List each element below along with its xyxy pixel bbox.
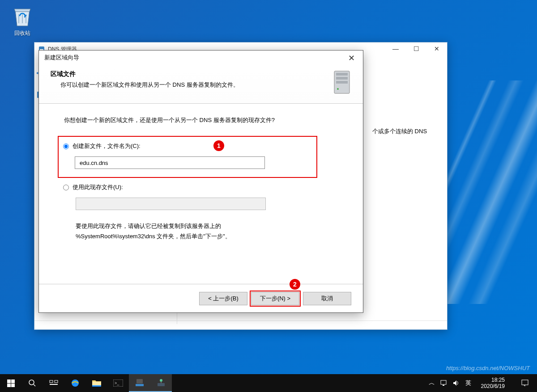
minimize-button[interactable]: — <box>385 42 406 55</box>
svg-rect-9 <box>11 379 15 383</box>
wizard-body: 你想创建一个新的区域文件，还是使用一个从另一个 DNS 服务器复制的现存文件? … <box>39 104 363 284</box>
annotation-badge-1: 1 <box>213 140 224 151</box>
svg-rect-22 <box>136 379 143 384</box>
tray-time: 18:25 <box>481 377 505 383</box>
taskbar-cmd[interactable]: >_ <box>107 374 129 392</box>
existing-filename-input <box>76 198 266 210</box>
system-tray: ︿ 英 18:25 2020/6/19 <box>429 374 537 392</box>
folder-icon <box>92 379 102 387</box>
svg-rect-27 <box>441 380 446 384</box>
tray-date: 2020/6/19 <box>481 383 505 389</box>
maximize-button[interactable]: ☐ <box>406 42 426 55</box>
recycle-bin-label: 回收站 <box>9 30 36 37</box>
svg-rect-8 <box>7 379 11 383</box>
svg-point-12 <box>29 380 34 385</box>
svg-rect-29 <box>522 380 528 385</box>
wizard-title: 新建区域向导 <box>44 54 79 62</box>
tray-notifications[interactable] <box>515 374 535 392</box>
svg-rect-28 <box>443 385 444 386</box>
radio-use-existing-label: 使用此现存文件(U): <box>72 183 123 191</box>
recycle-bin[interactable]: 回收站 <box>9 5 36 37</box>
svg-text:>_: >_ <box>115 381 119 385</box>
bg-peek-text: 个或多个连续的 DNS <box>372 127 427 135</box>
start-button[interactable] <box>0 374 21 392</box>
wizard-heading: 区域文件 <box>51 70 239 78</box>
task-view-button[interactable] <box>43 374 64 392</box>
tray-ime[interactable]: 英 <box>465 379 471 387</box>
svg-rect-14 <box>50 380 53 383</box>
radio-create-new-input[interactable] <box>63 143 69 149</box>
svg-rect-25 <box>158 383 165 386</box>
cancel-button[interactable]: 取消 <box>303 292 351 305</box>
ie-icon <box>70 378 80 388</box>
svg-rect-16 <box>50 384 58 385</box>
radio-use-existing-input[interactable] <box>63 185 69 190</box>
new-zone-wizard-dialog: 新建区域向导 ✕ 区域文件 你可以创建一个新区域文件和使用从另一个 DNS 服务… <box>38 50 363 313</box>
radio-use-existing[interactable]: 使用此现存文件(U): <box>63 183 345 191</box>
recycle-bin-icon <box>13 5 32 27</box>
svg-rect-19 <box>92 385 101 387</box>
radio-create-new-label: 创建新文件，文件名为(C): <box>72 142 141 150</box>
svg-point-24 <box>160 379 162 382</box>
server-manager-icon <box>135 378 145 388</box>
wizard-footer: < 上一步(B) 下一步(N) > 取消 <box>39 284 363 312</box>
close-button[interactable]: ✕ <box>426 42 447 55</box>
tray-network-icon[interactable] <box>440 380 448 386</box>
svg-point-7 <box>337 88 339 90</box>
wizard-titlebar[interactable]: 新建区域向导 ✕ <box>39 51 363 65</box>
wizard-hint: 要使用此现存文件，请确认它已经被复制到该服务器上的 %SystemRoot%\s… <box>76 221 299 242</box>
svg-rect-23 <box>136 384 144 386</box>
radio-create-new[interactable]: 创建新文件，文件名为(C): <box>63 142 308 150</box>
wizard-header: 区域文件 你可以创建一个新区域文件和使用从另一个 DNS 服务器复制的文件。 <box>39 65 363 104</box>
hint-line-1: 要使用此现存文件，请确认它已经被复制到该服务器上的 <box>76 221 299 231</box>
tray-volume-icon[interactable] <box>453 380 460 386</box>
wizard-close-button[interactable]: ✕ <box>345 53 358 63</box>
taskbar-ie[interactable] <box>64 374 86 392</box>
svg-rect-10 <box>7 384 11 387</box>
new-filename-input[interactable] <box>75 156 265 169</box>
annotation-badge-2: 2 <box>290 279 300 290</box>
svg-rect-4 <box>336 73 348 76</box>
taskbar: >_ ︿ 英 18:25 2020/6/19 <box>0 374 537 392</box>
annotation-box-1: 1 创建新文件，文件名为(C): <box>58 136 317 178</box>
search-button[interactable] <box>21 374 43 392</box>
server-icon <box>332 70 351 95</box>
prev-button[interactable]: < 上一步(B) <box>199 292 247 305</box>
windows-logo-icon <box>7 379 15 387</box>
tray-clock[interactable]: 18:25 2020/6/19 <box>477 377 509 390</box>
taskbar-dns-manager[interactable] <box>150 374 172 392</box>
notification-icon <box>521 379 529 387</box>
watermark: https://blog.csdn.net/NOWSHUT <box>446 365 530 371</box>
search-icon <box>28 379 36 387</box>
svg-rect-15 <box>55 380 58 383</box>
svg-rect-11 <box>11 384 15 387</box>
svg-line-13 <box>34 384 35 386</box>
task-view-icon <box>49 379 58 387</box>
wizard-subheading: 你可以创建一个新区域文件和使用从另一个 DNS 服务器复制的文件。 <box>60 81 239 89</box>
next-button[interactable]: 下一步(N) > <box>251 292 299 305</box>
hint-line-2: %SystemRoot%\system32\dns 文件夹，然后单击"下一步"。 <box>76 231 299 241</box>
taskbar-server-manager[interactable] <box>129 374 150 392</box>
wizard-question: 你想创建一个新的区域文件，还是使用一个从另一个 DNS 服务器复制的现存文件? <box>64 116 345 124</box>
tray-chevron-up-icon[interactable]: ︿ <box>429 379 435 387</box>
taskbar-explorer[interactable] <box>86 374 107 392</box>
dns-manager-icon <box>156 378 166 388</box>
bg-statusbar <box>34 320 447 329</box>
cmd-icon: >_ <box>113 379 123 387</box>
svg-rect-5 <box>336 77 348 80</box>
svg-rect-6 <box>336 81 348 84</box>
